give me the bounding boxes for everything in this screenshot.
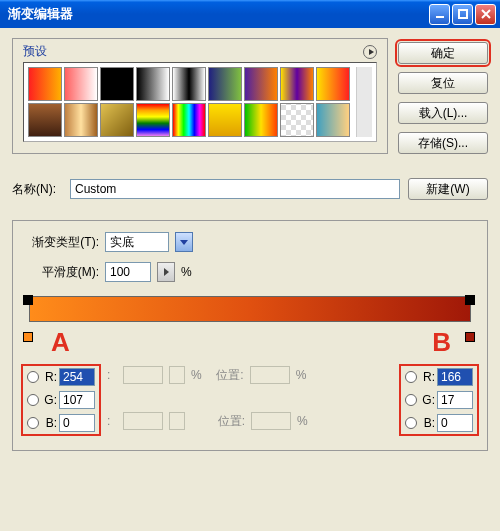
opacity-stop-left[interactable]	[23, 295, 35, 309]
radio-g-a[interactable]	[27, 394, 39, 406]
reset-button[interactable]: 复位	[398, 72, 488, 94]
preset-label: 预设	[23, 43, 47, 60]
close-button[interactable]	[475, 4, 496, 25]
gradient-bar-area: A B	[23, 296, 477, 356]
smooth-unit: %	[181, 265, 192, 279]
opacity-stop-right[interactable]	[465, 295, 477, 309]
gradtype-select[interactable]: 实底	[105, 232, 169, 252]
preset-swatch[interactable]	[64, 103, 98, 137]
disabled-pos-field	[250, 366, 290, 384]
smooth-label: 平滑度(M):	[23, 264, 99, 281]
name-label: 名称(N):	[12, 181, 62, 198]
gradient-bar[interactable]	[29, 296, 471, 322]
radio-b-b[interactable]	[405, 417, 417, 429]
color-stop-left[interactable]	[23, 332, 35, 346]
input-g-b[interactable]: 17	[437, 391, 473, 409]
preset-swatch[interactable]	[280, 67, 314, 101]
window-title: 渐变编辑器	[4, 5, 429, 23]
load-button[interactable]: 载入(L)...	[398, 102, 488, 124]
preset-swatch[interactable]	[136, 103, 170, 137]
preset-swatch[interactable]	[28, 67, 62, 101]
preset-swatch[interactable]	[208, 67, 242, 101]
preset-swatch[interactable]	[172, 67, 206, 101]
preset-swatch[interactable]	[244, 67, 278, 101]
input-b-a[interactable]: 0	[59, 414, 95, 432]
svg-rect-1	[459, 10, 467, 18]
rgb-group-a: R:254 G:107 B:0	[23, 366, 99, 434]
disabled-field	[123, 366, 163, 384]
gradtype-label: 渐变类型(T):	[23, 234, 99, 251]
input-r-b[interactable]: 166	[437, 368, 473, 386]
disabled-field-2	[123, 412, 163, 430]
maximize-button[interactable]	[452, 4, 473, 25]
ok-button[interactable]: 确定	[398, 42, 488, 64]
annotation-a: A	[51, 327, 70, 358]
annotation-b: B	[432, 327, 451, 358]
preset-swatch[interactable]	[28, 103, 62, 137]
mid-controls: :%位置:% :位置:%	[107, 366, 393, 434]
preset-swatch[interactable]	[100, 103, 134, 137]
preset-swatch[interactable]	[172, 103, 206, 137]
title-bar: 渐变编辑器	[0, 0, 500, 28]
save-button[interactable]: 存储(S)...	[398, 132, 488, 154]
preset-swatch[interactable]	[316, 103, 350, 137]
preset-swatch[interactable]	[244, 103, 278, 137]
gradtype-dropdown-icon[interactable]	[175, 232, 193, 252]
preset-swatch[interactable]	[64, 67, 98, 101]
preset-swatch[interactable]	[136, 67, 170, 101]
svg-rect-0	[436, 16, 444, 18]
input-r-a[interactable]: 254	[59, 368, 95, 386]
smooth-stepper-icon[interactable]	[157, 262, 175, 282]
radio-r-a[interactable]	[27, 371, 39, 383]
preset-scrollbar[interactable]	[356, 67, 372, 137]
radio-b-a[interactable]	[27, 417, 39, 429]
preset-swatch[interactable]	[316, 67, 350, 101]
preset-menu-icon[interactable]	[363, 45, 377, 59]
preset-swatches	[28, 67, 352, 137]
input-g-a[interactable]: 107	[59, 391, 95, 409]
rgb-group-b: R:166 G:17 B:0	[401, 366, 477, 434]
input-b-b[interactable]: 0	[437, 414, 473, 432]
preset-swatch[interactable]	[208, 103, 242, 137]
smooth-input[interactable]: 100	[105, 262, 151, 282]
minimize-button[interactable]	[429, 4, 450, 25]
disabled-pos-field-2	[251, 412, 291, 430]
new-button[interactable]: 新建(W)	[408, 178, 488, 200]
name-input[interactable]	[70, 179, 400, 199]
preset-swatch[interactable]	[100, 67, 134, 101]
preset-swatch[interactable]	[280, 103, 314, 137]
disabled-stepper	[169, 366, 185, 384]
preset-panel: 预设	[12, 38, 388, 154]
color-stop-right[interactable]	[465, 332, 477, 346]
radio-r-b[interactable]	[405, 371, 417, 383]
disabled-stepper-2	[169, 412, 185, 430]
radio-g-b[interactable]	[405, 394, 417, 406]
